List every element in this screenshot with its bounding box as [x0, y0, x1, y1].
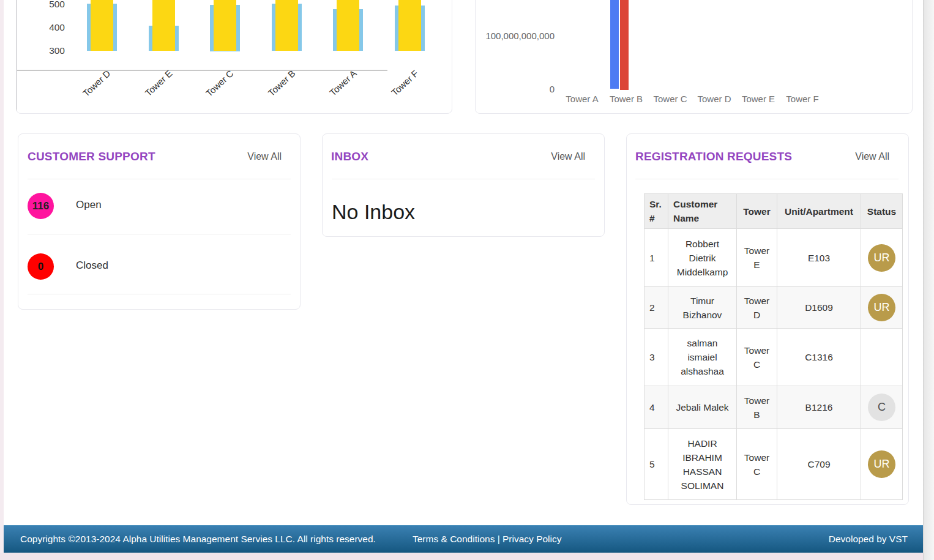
- footer-link-separator: |: [495, 534, 502, 544]
- customer-support-title: CUSTOMER SUPPORT: [28, 150, 155, 163]
- y-axis-tick-label: 300: [28, 45, 65, 56]
- x-axis-category-label: Tower C: [646, 94, 695, 104]
- footer-copyright: Copyrights ©2013-2024 Alpha Utilities Ma…: [20, 534, 376, 545]
- y-axis-line: [17, 0, 17, 70]
- cell-tower: Tower E: [737, 229, 777, 287]
- cell-sr-number: 4: [644, 386, 668, 429]
- y-axis-tick-label: 500: [28, 0, 65, 10]
- divider: [635, 179, 899, 179]
- table-row: 5HADIR IBRAHIM HASSAN SOLIMANTower CC709…: [644, 429, 903, 500]
- cell-unit-apartment: D1609: [777, 287, 861, 329]
- registration-requests-card: REGISTRATION REQUESTS View All Sr. #Cust…: [626, 133, 909, 505]
- terms-and-conditions-link[interactable]: Terms & Conditions: [413, 534, 495, 544]
- cell-status: [861, 329, 903, 386]
- status-badge: UR: [868, 294, 895, 321]
- chart-bar-yellow-series[interactable]: [398, 0, 421, 51]
- x-axis-category-label: Tower A: [558, 94, 607, 104]
- customer-support-view-all-link[interactable]: View All: [247, 151, 282, 162]
- closed-count-badge: 0: [28, 253, 54, 280]
- chart-bar-blue-series[interactable]: [610, 0, 619, 89]
- cell-tower: Tower B: [737, 386, 777, 429]
- inbox-card: INBOX View All No Inbox: [322, 133, 605, 237]
- cell-unit-apartment: B1216: [777, 386, 861, 429]
- x-axis-category-label: Tower D: [65, 68, 112, 113]
- tower-consumption-bar-chart[interactable]: 300400500Tower DTower ETower CTower BTow…: [17, 0, 452, 113]
- tower-consumption-chart-card: 300400500Tower DTower ETower CTower BTow…: [16, 0, 452, 114]
- divider: [28, 234, 291, 234]
- table-row: 2Timur BizhanovTower DD1609UR: [644, 287, 903, 329]
- cell-tower: Tower C: [737, 329, 777, 386]
- registration-requests-table: Sr. #Customer NameTowerUnit/ApartmentSta…: [644, 193, 903, 500]
- axis-tick: [17, 100, 17, 114]
- y-axis-tick-label: 0: [475, 84, 555, 94]
- cell-unit-apartment: E103: [777, 229, 861, 287]
- cell-status: UR: [861, 229, 903, 287]
- divider: [332, 179, 595, 179]
- cell-status: UR: [861, 429, 903, 500]
- footer-links: Terms & Conditions | Privacy Policy: [413, 534, 562, 545]
- closed-label: Closed: [76, 259, 108, 272]
- x-axis-category-label: Tower F: [778, 94, 827, 104]
- x-axis-category-label: Tower F: [373, 68, 420, 113]
- divider: [28, 179, 291, 179]
- cell-customer-name: HADIR IBRAHIM HASSAN SOLIMAN: [668, 429, 737, 500]
- cell-tower: Tower C: [737, 429, 777, 500]
- cell-unit-apartment: C709: [777, 429, 861, 500]
- page-left-margin-strip: [0, 0, 4, 560]
- x-axis-category-label: Tower E: [127, 68, 174, 113]
- x-axis-category-label: Tower E: [734, 94, 783, 104]
- chart-bar-yellow-series[interactable]: [152, 0, 175, 51]
- open-label: Open: [76, 199, 102, 211]
- cell-status: C: [861, 386, 903, 429]
- cell-tower: Tower D: [737, 287, 777, 329]
- axis-tick: [17, 71, 17, 86]
- y-axis-tick-label: 100,000,000,000: [475, 31, 555, 41]
- table-header-cell: Unit/Apartment: [777, 194, 861, 229]
- x-axis-category-label: Tower A: [311, 68, 358, 113]
- inbox-view-all-link[interactable]: View All: [551, 151, 585, 162]
- chart-bar-yellow-series[interactable]: [337, 0, 359, 51]
- x-axis-category-label: Tower D: [690, 94, 739, 104]
- status-badge: C: [868, 394, 895, 421]
- x-axis-baseline: [17, 70, 387, 71]
- x-axis-category-label: Tower B: [602, 94, 651, 104]
- cell-unit-apartment: C1316: [777, 329, 861, 386]
- registration-table-header: Sr. #Customer NameTowerUnit/ApartmentSta…: [644, 194, 903, 229]
- table-header-cell: Status: [861, 194, 903, 229]
- cell-sr-number: 3: [644, 329, 668, 386]
- tower-comparison-bar-chart[interactable]: 0100,000,000,000Tower ATower BTower CTow…: [476, 0, 912, 113]
- registration-view-all-link[interactable]: View All: [855, 151, 889, 162]
- vertical-scrollbar[interactable]: [923, 0, 934, 560]
- cell-sr-number: 5: [644, 429, 668, 500]
- inbox-empty-message: No Inbox: [332, 200, 415, 224]
- x-axis-category-label: Tower C: [188, 68, 235, 113]
- footer-developed-by: Devoloped by VST: [829, 534, 908, 545]
- table-row: 3salman ismaiel alshashaaTower CC1316: [644, 329, 903, 386]
- cell-customer-name: Jebali Malek: [668, 386, 737, 429]
- privacy-policy-link[interactable]: Privacy Policy: [502, 534, 561, 544]
- customer-support-card: CUSTOMER SUPPORT View All 116 Open 0 Clo…: [18, 133, 301, 310]
- open-count-badge: 116: [28, 193, 54, 219]
- chart-bar-yellow-series[interactable]: [275, 0, 298, 51]
- divider: [28, 294, 291, 294]
- chart-bar-yellow-series[interactable]: [91, 0, 113, 51]
- table-header-cell: Sr. #: [644, 194, 668, 229]
- chart-bar-yellow-series[interactable]: [214, 0, 236, 51]
- registration-requests-title: REGISTRATION REQUESTS: [635, 150, 792, 163]
- cell-sr-number: 2: [644, 287, 668, 329]
- cell-customer-name: salman ismaiel alshashaa: [668, 329, 737, 386]
- x-axis-category-label: Tower B: [250, 68, 297, 113]
- status-badge: UR: [868, 450, 895, 478]
- inbox-title: INBOX: [331, 150, 368, 163]
- table-header-cell: Tower: [737, 194, 777, 229]
- table-row: 4Jebali MalekTower BB1216C: [644, 386, 903, 429]
- tower-comparison-chart-card: 0100,000,000,000Tower ATower BTower CTow…: [475, 0, 913, 114]
- chart-bar-red-series[interactable]: [620, 0, 629, 90]
- cell-customer-name: Timur Bizhanov: [668, 287, 737, 329]
- y-axis-tick-label: 400: [28, 22, 65, 33]
- status-badge: UR: [868, 244, 895, 272]
- table-row: 1Robbert Dietrik MiddelkampTower EE103UR: [644, 229, 903, 287]
- table-header-cell: Customer Name: [668, 194, 737, 229]
- page-footer: Copyrights ©2013-2024 Alpha Utilities Ma…: [4, 525, 923, 553]
- registration-table-body: 1Robbert Dietrik MiddelkampTower EE103UR…: [644, 229, 903, 500]
